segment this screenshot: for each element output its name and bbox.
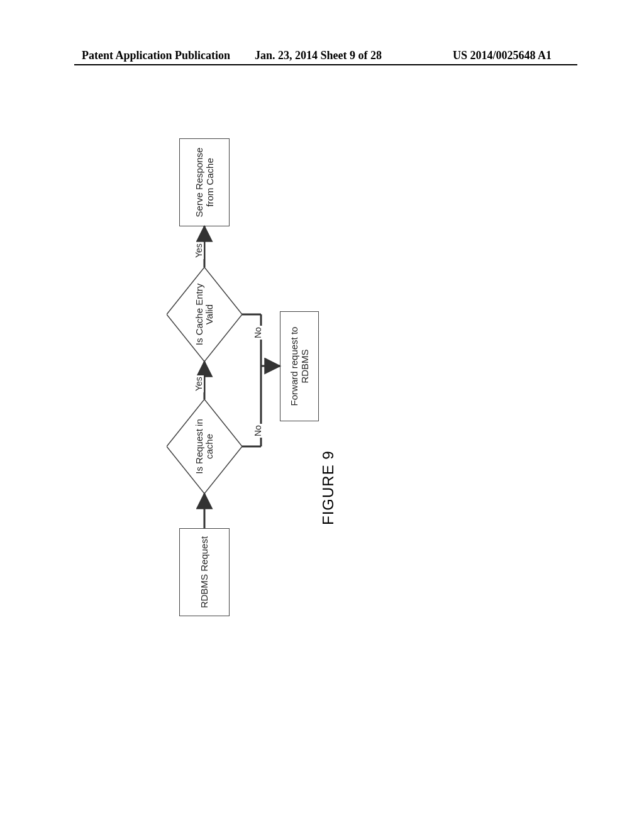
flowchart: RDBMS Request Is Request in cache Is Cac… xyxy=(145,138,327,616)
page: Patent Application Publication Jan. 23, … xyxy=(0,0,644,830)
connectors xyxy=(145,138,327,616)
figure-caption: FIGURE 9 xyxy=(319,450,337,525)
figure: RDBMS Request Is Request in cache Is Cac… xyxy=(145,0,623,138)
label-no-1: No xyxy=(253,424,263,438)
label-yes-1: Yes xyxy=(194,375,204,392)
label-no-2: No xyxy=(253,326,263,340)
label-yes-2: Yes xyxy=(194,242,204,259)
